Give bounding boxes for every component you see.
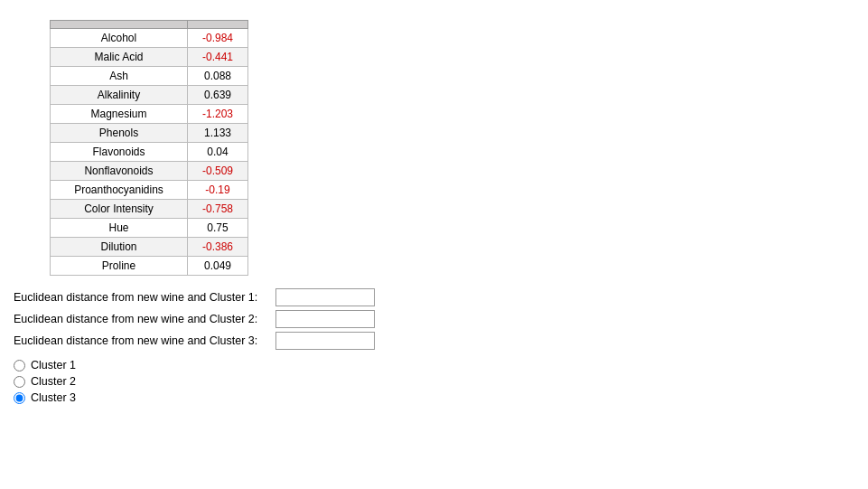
table-row-name: Color Intensity: [51, 200, 188, 219]
table-row-name: Nonflavonoids: [51, 162, 188, 181]
euclidean-label-3: Euclidean distance from new wine and Clu…: [14, 334, 275, 347]
cluster-option-2[interactable]: Cluster 2: [14, 375, 854, 388]
euclidean-row-2: Euclidean distance from new wine and Clu…: [14, 310, 854, 328]
characteristics-table: Alcohol-0.984Malic Acid-0.441Ash0.088Alk…: [50, 20, 248, 276]
cluster-label-2: Cluster 2: [31, 375, 76, 388]
table-row-value: 0.75: [187, 219, 247, 238]
table-row-value: -1.203: [187, 105, 247, 124]
table-header: [51, 21, 188, 29]
euclidean-label-1: Euclidean distance from new wine and Clu…: [14, 291, 275, 304]
euclidean-row-1: Euclidean distance from new wine and Clu…: [14, 288, 854, 306]
table-row-value: -0.19: [187, 181, 247, 200]
cluster-option-3[interactable]: Cluster 3: [14, 391, 854, 404]
euclidean-input-3[interactable]: [275, 332, 375, 350]
table-row-name: Alcohol: [51, 29, 188, 48]
table-row-name: Flavonoids: [51, 143, 188, 162]
table-row-value: -0.441: [187, 48, 247, 67]
cluster-label-3: Cluster 3: [31, 391, 76, 404]
table-row-value: 0.049: [187, 257, 247, 276]
euclidean-label-2: Euclidean distance from new wine and Clu…: [14, 313, 275, 325]
cluster-options: Cluster 1Cluster 2Cluster 3: [14, 359, 854, 404]
euclidean-input-1[interactable]: [275, 288, 375, 306]
table-row-name: Dilution: [51, 238, 188, 257]
table-row-value: 0.639: [187, 86, 247, 105]
table-row-name: Proline: [51, 257, 188, 276]
table-row-name: Malic Acid: [51, 48, 188, 67]
characteristics-table-container: Alcohol-0.984Malic Acid-0.441Ash0.088Alk…: [50, 20, 854, 276]
table-row-name: Proanthocyanidins: [51, 181, 188, 200]
table-row-name: Phenols: [51, 124, 188, 143]
table-row-name: Magnesium: [51, 105, 188, 124]
table-row-name: Hue: [51, 219, 188, 238]
table-row-value: 0.088: [187, 67, 247, 86]
cluster-radio-3[interactable]: [14, 392, 25, 404]
cluster-radio-2[interactable]: [14, 376, 25, 388]
cluster-label-1: Cluster 1: [31, 359, 76, 371]
table-row-value: -0.509: [187, 162, 247, 181]
euclidean-distances: Euclidean distance from new wine and Clu…: [14, 288, 854, 350]
cluster-radio-1[interactable]: [14, 360, 25, 371]
table-row-value: 0.04: [187, 143, 247, 162]
euclidean-input-2[interactable]: [275, 310, 375, 328]
table-value-header: [187, 21, 247, 29]
euclidean-row-3: Euclidean distance from new wine and Clu…: [14, 332, 854, 350]
table-row-value: -0.984: [187, 29, 247, 48]
table-row-name: Alkalinity: [51, 86, 188, 105]
table-row-value: -0.758: [187, 200, 247, 219]
table-row-name: Ash: [51, 67, 188, 86]
table-row-value: 1.133: [187, 124, 247, 143]
table-row-value: -0.386: [187, 238, 247, 257]
cluster-option-1[interactable]: Cluster 1: [14, 359, 854, 371]
